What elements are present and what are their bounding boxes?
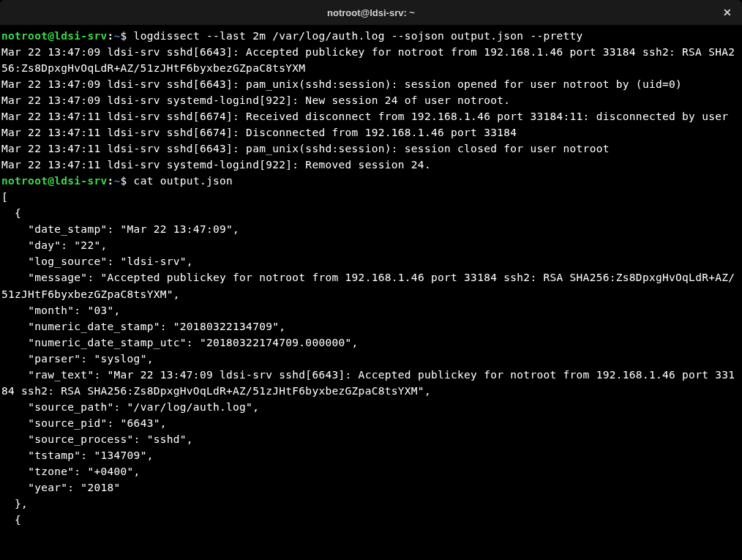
json-line: "source_pid": "6643", [1,415,741,431]
json-line: "tzone": "+0400", [1,463,741,479]
json-line: "source_path": "/var/log/auth.log", [1,399,741,415]
prompt-dollar: $ [121,175,134,187]
prompt-path: ~ [114,175,121,187]
json-line: { [1,205,741,221]
command-line-2: notroot@ldsi-srv:~$ cat output.json [1,173,741,189]
json-line: "tstamp": "134709", [1,447,741,463]
output-line: Mar 22 13:47:11 ldsi-srv sshd[6643]: pam… [1,141,741,157]
window-titlebar: notroot@ldsi-srv: ~ ✕ [0,0,742,25]
command-text: logdissect --last 2m /var/log/auth.log -… [134,30,583,42]
json-line: "raw_text": "Mar 22 13:47:09 ldsi-srv ss… [1,367,741,399]
prompt-colon: : [107,175,113,187]
prompt-path: ~ [114,30,121,42]
output-line: Mar 22 13:47:11 ldsi-srv sshd[6674]: Dis… [1,124,741,141]
prompt-colon: : [107,30,113,42]
json-line: "date_stamp": "Mar 22 13:47:09", [1,221,741,237]
json-line: "year": "2018" [1,479,741,496]
output-line: Mar 22 13:47:11 ldsi-srv sshd[6674]: Rec… [1,108,741,124]
json-line: "log_source": "ldsi-srv", [1,253,741,269]
json-line: "numeric_date_stamp_utc": "2018032217470… [1,335,741,351]
output-line: Mar 22 13:47:11 ldsi-srv systemd-logind[… [1,157,741,173]
output-line: Mar 22 13:47:09 ldsi-srv sshd[6643]: pam… [1,76,741,92]
terminal-content[interactable]: notroot@ldsi-srv:~$ logdissect --last 2m… [0,25,742,531]
command-text: cat output.json [134,175,233,187]
json-line: "month": "03", [1,302,741,318]
prompt-user-host: notroot@ldsi-srv [1,175,107,187]
json-line: { [1,512,741,528]
json-line: "source_process": "sshd", [1,431,741,447]
output-line: Mar 22 13:47:09 ldsi-srv systemd-logind[… [1,92,741,108]
prompt-user-host: notroot@ldsi-srv [1,30,107,42]
json-line: "message": "Accepted publickey for notro… [1,269,741,302]
json-line: "numeric_date_stamp": "20180322134709", [1,318,741,335]
command-line-1: notroot@ldsi-srv:~$ logdissect --last 2m… [1,28,741,44]
json-line: "parser": "syslog", [1,351,741,367]
output-line: Mar 22 13:47:09 ldsi-srv sshd[6643]: Acc… [1,44,741,76]
window-title: notroot@ldsi-srv: ~ [327,7,415,18]
close-icon[interactable]: ✕ [719,5,736,20]
json-line: }, [1,496,741,512]
prompt-dollar: $ [121,30,134,42]
json-line: [ [1,189,741,205]
json-line: "day": "22", [1,237,741,253]
